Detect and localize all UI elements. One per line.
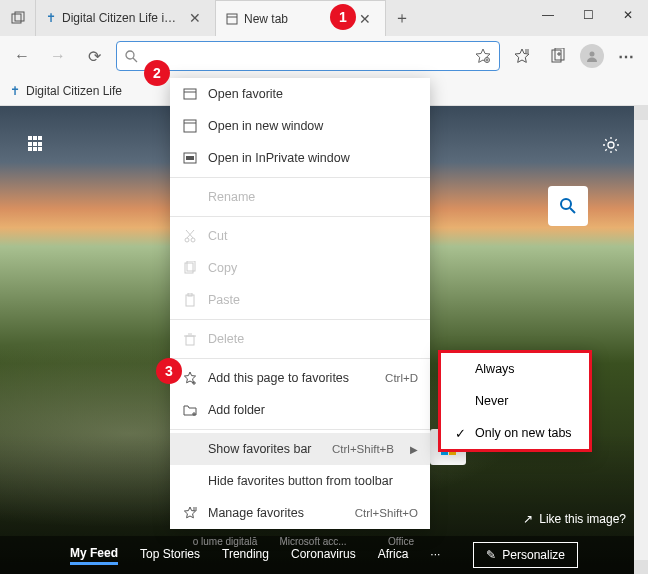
menu-shortcut: Ctrl+D — [385, 372, 418, 384]
delete-icon — [182, 331, 198, 347]
menu-label: Cut — [208, 229, 418, 243]
profile-button[interactable] — [580, 44, 604, 68]
favorite-star-button[interactable] — [475, 48, 491, 64]
search-icon — [125, 50, 138, 63]
menu-copy: Copy — [170, 252, 430, 284]
tab-title: Digital Citizen Life in a digital wo — [62, 11, 179, 25]
menu-label: Manage favorites — [208, 506, 345, 520]
submenu-always[interactable]: Always — [441, 353, 589, 385]
checkmark-icon: ✓ — [453, 426, 467, 441]
svg-rect-1 — [15, 12, 24, 21]
svg-line-28 — [186, 230, 193, 238]
tab-close-button[interactable]: ✕ — [185, 10, 205, 26]
feed-tab-africa[interactable]: Africa — [378, 547, 409, 563]
menu-shortcut: Ctrl+Shift+B — [332, 443, 394, 455]
titlebar: ✝ Digital Citizen Life in a digital wo ✕… — [0, 0, 648, 36]
like-image-label: Like this image? — [539, 512, 626, 526]
feed-tab-coronavirus[interactable]: Coronavirus — [291, 547, 356, 563]
svg-point-25 — [185, 238, 189, 242]
tab-item-new-tab[interactable]: New tab ✕ — [216, 0, 386, 36]
inprivate-icon — [182, 150, 198, 166]
svg-rect-0 — [12, 14, 21, 23]
add-favorite-icon — [182, 370, 198, 386]
window-icon — [182, 118, 198, 134]
menu-shortcut: Ctrl+Shift+O — [355, 507, 418, 519]
settings-menu-button[interactable]: ⋯ — [612, 42, 640, 70]
chevron-right-icon: ▶ — [410, 444, 418, 455]
tab-actions-button[interactable] — [0, 0, 36, 36]
menu-open-favorite[interactable]: Open favorite — [170, 78, 430, 110]
show-favorites-bar-submenu: Always Never ✓ Only on new tabs — [438, 350, 592, 452]
menu-rename: Rename — [170, 181, 430, 213]
svg-point-17 — [561, 199, 571, 209]
feed-more-button[interactable]: ··· — [430, 547, 440, 563]
apps-launcher-icon[interactable] — [28, 136, 44, 152]
menu-label: Hide favorites button from toolbar — [208, 474, 418, 488]
svg-rect-2 — [227, 14, 237, 24]
menu-open-new-window[interactable]: Open in new window — [170, 110, 430, 142]
menu-paste: Paste — [170, 284, 430, 316]
svg-line-18 — [570, 208, 575, 213]
menu-label: Copy — [208, 261, 418, 275]
annotation-badge-2: 2 — [144, 60, 170, 86]
submenu-never[interactable]: Never — [441, 385, 589, 417]
annotation-badge-3: 3 — [156, 358, 182, 384]
menu-separator — [170, 216, 430, 217]
collections-button[interactable] — [544, 42, 572, 70]
menu-manage-favorites[interactable]: Manage favorites Ctrl+Shift+O — [170, 497, 430, 529]
favorites-button[interactable] — [508, 42, 536, 70]
feed-tab-myfeed[interactable]: My Feed — [70, 546, 118, 565]
svg-rect-33 — [186, 336, 194, 345]
paste-icon — [182, 292, 198, 308]
tab-close-button[interactable]: ✕ — [355, 11, 375, 27]
menu-hide-favorites-button[interactable]: Hide favorites button from toolbar — [170, 465, 430, 497]
svg-point-26 — [191, 238, 195, 242]
close-window-button[interactable]: ✕ — [608, 0, 648, 30]
tab-pages-icon — [11, 11, 25, 25]
menu-cut: Cut — [170, 220, 430, 252]
menu-open-inprivate[interactable]: Open in InPrivate window — [170, 142, 430, 174]
rename-icon — [182, 189, 198, 205]
address-bar[interactable] — [116, 41, 500, 71]
submenu-label: Always — [475, 362, 515, 376]
manage-favorites-icon — [182, 505, 198, 521]
maximize-button[interactable]: ☐ — [568, 0, 608, 30]
personalize-button[interactable]: ✎ Personalize — [473, 542, 578, 568]
expand-icon: ↗ — [523, 512, 533, 526]
menu-show-favorites-bar[interactable]: Show favorites bar Ctrl+Shift+B ▶ — [170, 433, 430, 465]
annotation-badge-1: 1 — [330, 4, 356, 30]
window-controls: — ☐ ✕ — [528, 0, 648, 30]
forward-button[interactable]: → — [44, 42, 72, 70]
refresh-button[interactable]: ⟳ — [80, 42, 108, 70]
favorites-context-menu: Open favorite Open in new window Open in… — [170, 78, 430, 529]
submenu-only-new-tabs[interactable]: ✓ Only on new tabs — [441, 417, 589, 449]
menu-add-page-to-favorites[interactable]: Add this page to favorites Ctrl+D — [170, 362, 430, 394]
feed-tab-topstories[interactable]: Top Stories — [140, 547, 200, 563]
favorites-bar-item[interactable]: Digital Citizen Life — [26, 84, 122, 98]
svg-rect-31 — [186, 295, 194, 306]
svg-rect-21 — [184, 120, 196, 132]
menu-separator — [170, 429, 430, 430]
menu-separator — [170, 358, 430, 359]
menu-label: Add folder — [208, 403, 418, 417]
page-settings-gear-icon[interactable] — [602, 136, 620, 154]
submenu-label: Never — [475, 394, 508, 408]
site-icon: ✝ — [46, 11, 56, 25]
open-icon — [182, 86, 198, 102]
toolbar: ← → ⟳ ⋯ — [0, 36, 648, 76]
svg-point-16 — [608, 142, 614, 148]
menu-separator — [170, 177, 430, 178]
vertical-scrollbar[interactable] — [634, 106, 648, 574]
menu-add-folder[interactable]: Add folder — [170, 394, 430, 426]
new-tab-button[interactable]: ＋ — [386, 0, 418, 36]
like-image-link[interactable]: ↗ Like this image? — [523, 512, 626, 526]
tab-item-digital-citizen[interactable]: ✝ Digital Citizen Life in a digital wo ✕ — [36, 0, 216, 36]
address-input[interactable] — [144, 42, 475, 70]
submenu-label: Only on new tabs — [475, 426, 572, 440]
feed-tab-trending[interactable]: Trending — [222, 547, 269, 563]
feed-bar: My Feed Top Stories Trending Coronavirus… — [0, 536, 648, 574]
search-button[interactable] — [548, 186, 588, 226]
minimize-button[interactable]: — — [528, 0, 568, 30]
personalize-label: Personalize — [502, 548, 565, 562]
back-button[interactable]: ← — [8, 42, 36, 70]
